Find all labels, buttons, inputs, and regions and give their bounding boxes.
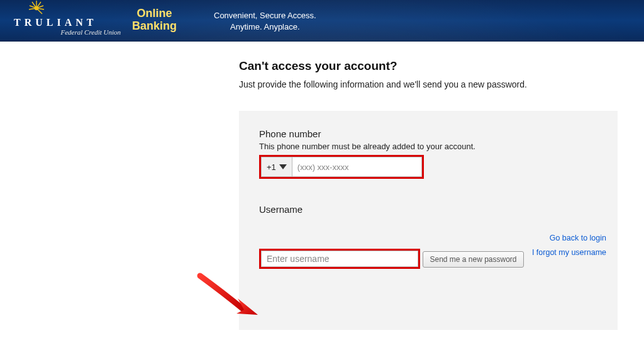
tagline-line1: Convenient, Secure Access. <box>214 10 316 21</box>
brand-subtitle: Federal Credit Union <box>60 28 121 36</box>
annotation-arrow-icon <box>195 271 270 327</box>
page-title: Can't access your account? <box>239 59 626 73</box>
phone-input-highlight: +1 <box>259 155 424 179</box>
chevron-down-icon <box>279 164 287 169</box>
svg-point-8 <box>35 6 38 10</box>
username-input-highlight <box>259 249 420 269</box>
svg-marker-9 <box>236 298 258 315</box>
online-banking-line1: Online <box>132 8 177 20</box>
main-content: Can't access your account? Just provide … <box>0 42 644 330</box>
back-to-login-link[interactable]: Go back to login <box>550 234 606 242</box>
brand-name: TRULIANT <box>14 17 97 28</box>
tagline-line2: Anytime. Anyplace. <box>214 21 316 33</box>
username-input[interactable] <box>261 251 418 267</box>
country-code-picker[interactable]: +1 <box>261 157 292 177</box>
phone-label: Phone number <box>259 128 597 139</box>
forgot-username-link[interactable]: I forgot my username <box>532 248 606 257</box>
tagline: Convenient, Secure Access. Anytime. Anyp… <box>214 10 316 32</box>
phone-number-input[interactable] <box>292 157 422 177</box>
send-password-button[interactable]: Send me a new password <box>423 251 523 268</box>
username-label: Username <box>259 204 597 215</box>
recovery-form-panel: Phone number This phone number must be a… <box>239 111 618 330</box>
phone-input-group: +1 <box>261 157 422 177</box>
sun-icon <box>28 0 45 16</box>
online-banking-label: Online Banking <box>132 8 177 33</box>
online-banking-line2: Banking <box>132 20 177 33</box>
page-subtitle: Just provide the following information a… <box>239 79 626 89</box>
side-links: Go back to login I forgot my username <box>532 231 606 261</box>
country-code-value: +1 <box>267 162 276 172</box>
app-header: TRULIANT Federal Credit Union Online Ban… <box>0 0 644 42</box>
phone-help-text: This phone number must be already added … <box>259 142 597 151</box>
